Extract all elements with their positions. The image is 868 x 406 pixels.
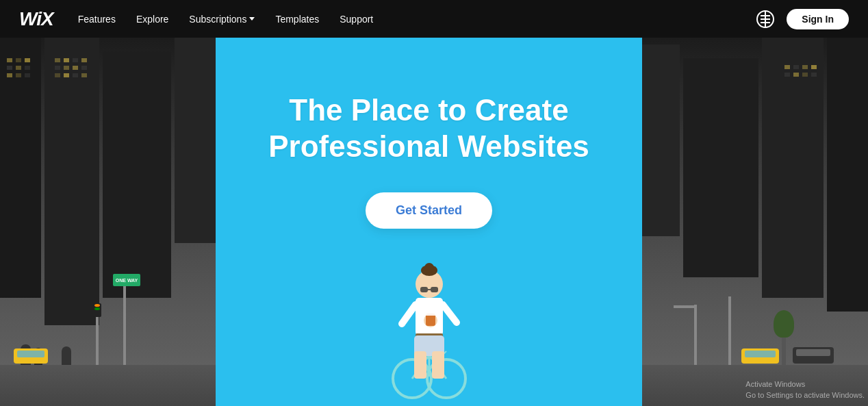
- svg-line-16: [402, 305, 416, 324]
- svg-rect-23: [414, 351, 426, 379]
- language-selector-icon[interactable]: [756, 10, 774, 28]
- sign-in-button[interactable]: Sign In: [787, 9, 849, 29]
- nav-subscriptions[interactable]: Subscriptions: [189, 14, 255, 25]
- nav-right: Sign In: [756, 9, 849, 29]
- svg-rect-12: [420, 287, 428, 292]
- city-background-left: ONE WAY: [0, 38, 216, 406]
- svg-rect-24: [432, 351, 444, 379]
- get-started-button[interactable]: Get Started: [366, 192, 492, 229]
- windows-watermark: Activate Windows Go to Settings to activ…: [745, 379, 865, 401]
- svg-rect-20: [424, 312, 437, 316]
- wix-logo[interactable]: WiX: [19, 8, 53, 30]
- hero-person-figure: [374, 249, 484, 406]
- subscriptions-dropdown-icon: [249, 17, 255, 21]
- nav-templates[interactable]: Templates: [275, 14, 319, 25]
- nav-explore[interactable]: Explore: [136, 14, 168, 25]
- city-background-right: Activate Windows Go to Settings to activ…: [642, 38, 868, 406]
- nav-links: Features Explore Subscriptions Templates…: [78, 14, 757, 25]
- navbar: WiX Features Explore Subscriptions Templ…: [0, 0, 868, 38]
- hero-panel: The Place to Create Professional Website…: [216, 38, 642, 406]
- svg-rect-13: [431, 287, 438, 292]
- nav-features[interactable]: Features: [78, 14, 116, 25]
- svg-point-11: [424, 263, 434, 272]
- svg-line-17: [443, 305, 457, 322]
- hero-title: The Place to Create Professional Website…: [268, 92, 589, 165]
- nav-support[interactable]: Support: [340, 14, 373, 25]
